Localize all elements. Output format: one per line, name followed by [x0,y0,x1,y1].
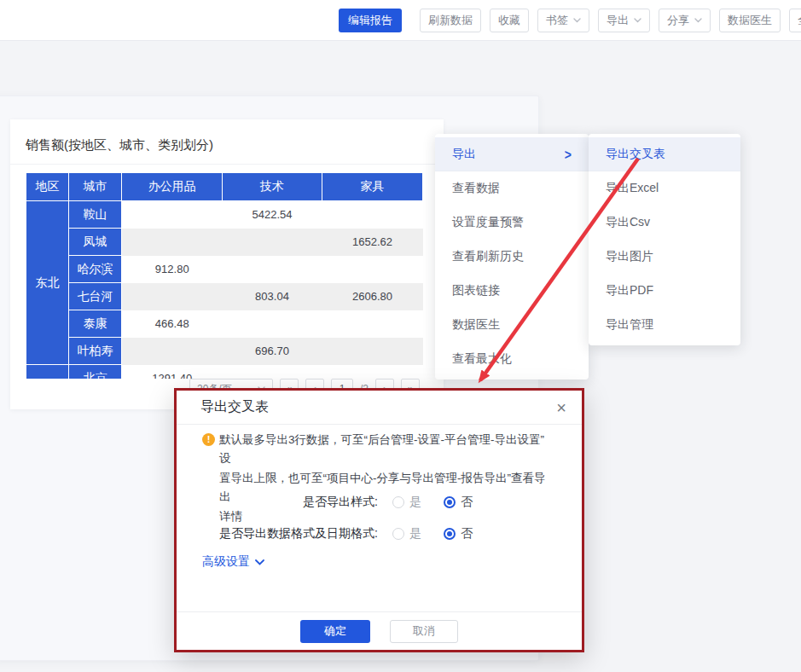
menu-item-查看刷新历史[interactable]: 查看刷新历史 [435,240,589,274]
city-cell: 凤城 [69,229,122,256]
table-cell: 1652.62 [322,229,423,256]
advanced-settings-link[interactable]: 高级设置 [202,554,264,570]
menu-item-数据医生[interactable]: 数据医生 [435,308,589,342]
toolbar-button-label: 刷新数据 [428,13,473,28]
menu-item-查看数据[interactable]: 查看数据 [435,171,589,206]
radio-label: 是 [409,526,421,542]
table-cell [322,256,423,283]
table-cell: 2606.80 [322,283,423,310]
radio-option-否[interactable]: 否 [444,526,473,542]
warning-icon: ! [202,433,215,446]
table-cell [223,365,322,379]
close-icon[interactable]: × [556,399,566,416]
radio-option-是[interactable]: 是 [392,526,421,542]
city-cell: 叶柏寿 [69,338,122,365]
toolbar-button-收藏[interactable]: 收藏 [490,9,529,32]
submenu-item-导出交叉表[interactable]: 导出交叉表 [589,137,740,171]
city-cell: 哈尔滨 [69,256,122,283]
table-row: 泰康466.48 [26,310,423,338]
confirm-button[interactable]: 确定 [300,620,370,643]
menu-item-导出[interactable]: 导出> [435,137,589,171]
edit-report-button[interactable]: 编辑报告 [339,9,402,32]
crosstab-table: 地区城市办公用品技术家具东北鞍山5422.54凤城1652.62哈尔滨912.8… [26,172,423,379]
table-cell [322,365,423,379]
toolbar-button-group: 刷新数据收藏书签导出分享数据医生全屏 [420,9,801,32]
chart-card: 销售额(按地区、城市、类别划分) 地区城市办公用品技术家具东北鞍山5422.54… [10,119,444,409]
menu-item-label: 导出 [452,147,476,162]
table-cell: 912.80 [122,256,223,283]
menu-item-图表链接[interactable]: 图表链接 [435,274,589,308]
card-divider [10,164,444,165]
column-header: 城市 [69,173,122,201]
submenu-item-label: 导出PDF [606,283,653,298]
toolbar-button-label: 全屏 [798,13,801,28]
option-label: 是否导出数据格式及日期格式: [177,526,378,542]
warning-line: 默认最多导出3行数据，可至“后台管理-设置-平台管理-导出设置”设 [219,431,555,469]
radio-option-是[interactable]: 是 [392,495,421,510]
toolbar-button-全屏[interactable]: 全屏 [789,9,801,32]
radio-option-否[interactable]: 否 [444,495,473,510]
submenu-item-label: 导出Excel [606,181,659,196]
submenu-item-label: 导出图片 [606,249,653,264]
table-cell [223,229,322,256]
toolbar-button-书签[interactable]: 书签 [537,9,589,32]
table-cell: 803.04 [223,283,322,310]
region-cell: 东北 [26,201,69,365]
toolbar-button-分享[interactable]: 分享 [659,9,711,32]
submenu-item-导出PDF[interactable]: 导出PDF [589,274,740,308]
radio-label: 否 [461,526,473,542]
menu-item-label: 数据医生 [452,317,500,333]
radio-icon [444,528,456,540]
city-cell: 北京 [69,365,122,379]
export-submenu: 导出交叉表导出Excel导出Csv导出图片导出PDF导出管理 [589,134,740,345]
toolbar-button-label: 数据医生 [728,13,772,28]
table-cell [322,201,423,229]
toolbar-button-刷新数据[interactable]: 刷新数据 [420,9,481,32]
warning-message: ! 默认最多导出3行数据，可至“后台管理-设置-平台管理-导出设置”设置导出上限… [202,431,555,526]
toolbar-button-label: 分享 [667,13,689,28]
table-cell [223,256,322,283]
toolbar-button-数据医生[interactable]: 数据医生 [719,9,781,32]
menu-item-label: 查看数据 [452,181,500,196]
radio-group: 是否 [392,526,473,542]
cancel-button[interactable]: 取消 [390,620,458,643]
option-row: 是否导出样式:是否 [177,493,473,512]
toolbar-button-label: 书签 [546,13,568,28]
chevron-down-icon [694,18,702,23]
submenu-item-导出Excel[interactable]: 导出Excel [589,171,740,206]
option-label: 是否导出样式: [177,495,378,510]
table-cell: 1291.40 [122,365,223,379]
top-toolbar: 编辑报告 刷新数据收藏书签导出分享数据医生全屏 [0,0,801,41]
table-cell: 466.48 [122,310,223,338]
table-cell [122,338,223,365]
submenu-item-导出Csv[interactable]: 导出Csv [589,206,740,240]
table-cell [322,338,423,365]
chevron-down-icon [634,18,641,23]
radio-dot [447,531,452,536]
table-row-partial: 北京1291.40 [26,365,423,379]
chevron-down-icon [573,18,581,23]
column-header: 办公用品 [122,173,223,201]
radio-label: 是 [409,495,421,510]
submenu-item-label: 导出管理 [606,317,653,333]
menu-item-label: 查看刷新历史 [452,249,524,264]
submenu-item-导出管理[interactable]: 导出管理 [589,308,740,342]
menu-item-label: 查看最大化 [452,351,512,367]
toolbar-button-导出[interactable]: 导出 [598,9,650,32]
menu-item-查看最大化[interactable]: 查看最大化 [435,342,589,376]
city-cell: 鞍山 [69,201,122,229]
dialog-header: 导出交叉表 × [177,391,582,425]
radio-dot [447,500,452,505]
crosstab-container: 地区城市办公用品技术家具东北鞍山5422.54凤城1652.62哈尔滨912.8… [26,172,423,379]
dialog-footer: 确定 取消 [177,611,582,650]
table-cell [122,201,223,229]
column-header: 地区 [26,173,69,201]
menu-item-设置度量预警[interactable]: 设置度量预警 [435,206,589,240]
submenu-item-label: 导出交叉表 [606,147,665,162]
radio-label: 否 [461,495,473,510]
chart-title: 销售额(按地区、城市、类别划分) [26,137,213,154]
option-row: 是否导出数据格式及日期格式:是否 [177,524,473,543]
app-screen: 编辑报告 刷新数据收藏书签导出分享数据医生全屏 销售额(按地区、城市、类别划分)… [0,0,801,672]
submenu-item-导出图片[interactable]: 导出图片 [589,240,740,274]
table-row: 七台河803.042606.80 [26,283,423,310]
